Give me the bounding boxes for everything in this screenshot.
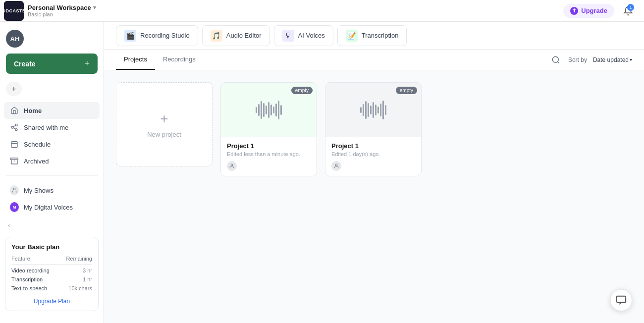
share-icon <box>10 123 19 132</box>
svg-point-2 <box>15 129 17 131</box>
plus-icon: + <box>84 58 90 69</box>
sidebar-item-label: Shared with me <box>24 124 68 131</box>
new-project-label: New project <box>147 131 181 138</box>
sidebar-collapse-area: ‹ <box>0 217 104 233</box>
digital-voices-icon: M <box>10 203 19 212</box>
plan-row: Transcription1 hr <box>11 275 92 284</box>
plan-row: Text-to-speech10k chars <box>11 284 92 293</box>
project-card-1[interactable]: empty P <box>220 82 317 176</box>
workspace-name[interactable]: Personal Workspace ▾ <box>28 4 96 11</box>
create-button[interactable]: Create + <box>6 54 98 74</box>
search-icon <box>551 55 560 64</box>
logo: PODCASTER <box>4 1 24 21</box>
project-time-2: Edited 1 day(s) ago. <box>331 151 415 157</box>
upgrade-plan-link[interactable]: Upgrade Plan <box>11 298 92 305</box>
project-time-1: Edited less than a minute ago. <box>227 151 311 157</box>
avatar[interactable]: AH <box>6 30 24 48</box>
project-thumbnail-1: empty <box>221 83 317 137</box>
workspace-plan: Basic plan <box>28 11 96 17</box>
topbar-left: PODCASTER Personal Workspace ▾ Basic pla… <box>4 1 96 21</box>
nav-section-secondary: My Shows M My Digital Voices <box>0 180 104 217</box>
sidebar-item-label: My Shows <box>24 187 54 194</box>
svg-rect-5 <box>11 142 17 148</box>
sidebar-item-digital-voices[interactable]: M My Digital Voices <box>4 199 100 215</box>
col-feature: Feature <box>11 255 59 263</box>
upgrade-button[interactable]: ⬆ Upgrade <box>563 4 614 18</box>
svg-point-0 <box>15 124 17 126</box>
toolbar: 🎬 Recording Studio 🎵 Audio Editor 🎙 AI V… <box>104 22 644 50</box>
tabs-right: Sort by Date updated ▾ <box>549 54 632 66</box>
recording-studio-button[interactable]: 🎬 Recording Studio <box>116 25 198 46</box>
transcription-icon: 📝 <box>346 30 358 42</box>
tab-recordings[interactable]: Recordings <box>155 50 204 70</box>
svg-point-14 <box>231 164 233 166</box>
sidebar-item-my-shows[interactable]: My Shows <box>4 182 100 199</box>
tabs: Projects Recordings <box>116 50 204 70</box>
svg-point-1 <box>11 126 13 128</box>
svg-line-13 <box>557 61 559 63</box>
topbar-right: ⬆ Upgrade 1 <box>563 3 636 19</box>
transcription-button[interactable]: 📝 Transcription <box>337 25 407 46</box>
tabs-bar: Projects Recordings Sort by Date updated… <box>104 50 644 70</box>
chevron-down-icon: ▾ <box>630 57 632 62</box>
chat-button[interactable] <box>610 289 632 311</box>
sidebar-top: AH Create + <box>0 22 104 78</box>
new-project-card[interactable]: + New project <box>116 82 213 166</box>
svg-point-11 <box>13 188 15 190</box>
my-shows-icon <box>10 186 19 195</box>
project-title-2: Project 1 <box>331 142 415 150</box>
svg-rect-9 <box>11 158 18 160</box>
waveform-icon-2 <box>360 100 386 120</box>
tab-projects[interactable]: Projects <box>116 50 155 70</box>
workspace-info: Personal Workspace ▾ Basic plan <box>28 4 96 17</box>
sidebar: AH Create + + Home Shared with me <box>0 22 104 323</box>
svg-rect-16 <box>617 296 626 303</box>
plan-feature: Transcription <box>11 275 59 284</box>
svg-point-12 <box>552 56 558 62</box>
sidebar-item-label: Home <box>24 107 42 114</box>
sidebar-item-home[interactable]: Home <box>4 102 100 119</box>
audio-editor-icon: 🎵 <box>211 30 222 42</box>
sidebar-collapse-button[interactable]: ‹ <box>8 221 10 229</box>
plan-table: Feature Remaining Video recording3 hrTra… <box>11 255 92 293</box>
plus-icon: + <box>160 111 168 127</box>
basic-plan-card: Your Basic plan Feature Remaining Video … <box>5 237 99 311</box>
sidebar-item-label: My Digital Voices <box>24 204 73 211</box>
svg-line-3 <box>13 128 16 129</box>
project-info-2: Project 1 Edited 1 day(s) ago. <box>325 137 421 176</box>
ai-voices-button[interactable]: 🎙 AI Voices <box>274 25 333 46</box>
search-button[interactable] <box>549 54 562 66</box>
archive-icon <box>10 157 19 165</box>
notification-button[interactable]: 1 <box>620 3 636 19</box>
plan-feature: Video recording <box>11 266 59 275</box>
upgrade-icon: ⬆ <box>570 7 578 15</box>
basic-plan-title: Your Basic plan <box>11 243 92 251</box>
add-new-button[interactable]: + <box>6 82 22 96</box>
sidebar-item-label: Archived <box>24 158 49 165</box>
plus-icon-small: + <box>11 85 16 94</box>
sort-value[interactable]: Date updated ▾ <box>593 56 632 63</box>
recording-studio-icon: 🎬 <box>124 30 136 42</box>
nav-section-main: Home Shared with me Schedule Archived <box>0 100 104 171</box>
sidebar-item-archived[interactable]: Archived <box>4 153 100 169</box>
plan-row: Video recording3 hr <box>11 266 92 275</box>
plan-remaining: 10k chars <box>59 284 92 293</box>
content-area: 🎬 Recording Studio 🎵 Audio Editor 🎙 AI V… <box>104 22 644 323</box>
ai-voices-icon: 🎙 <box>282 30 294 42</box>
svg-point-15 <box>335 164 337 166</box>
audio-editor-button[interactable]: 🎵 Audio Editor <box>202 25 270 46</box>
home-icon <box>10 106 19 115</box>
sidebar-item-schedule[interactable]: Schedule <box>4 136 100 153</box>
nav-divider <box>6 175 98 176</box>
col-remaining: Remaining <box>59 255 92 263</box>
project-info-1: Project 1 Edited less than a minute ago. <box>221 137 317 176</box>
sidebar-item-shared[interactable]: Shared with me <box>4 119 100 136</box>
chevron-down-icon: ▾ <box>93 4 96 11</box>
chat-icon <box>616 295 627 306</box>
waveform-icon-1 <box>256 100 282 120</box>
project-avatar-1 <box>227 161 237 171</box>
project-card-2[interactable]: empty P <box>325 82 422 176</box>
project-avatar-2 <box>331 161 341 171</box>
plan-remaining: 3 hr <box>59 266 92 275</box>
topbar: PODCASTER Personal Workspace ▾ Basic pla… <box>0 0 644 22</box>
